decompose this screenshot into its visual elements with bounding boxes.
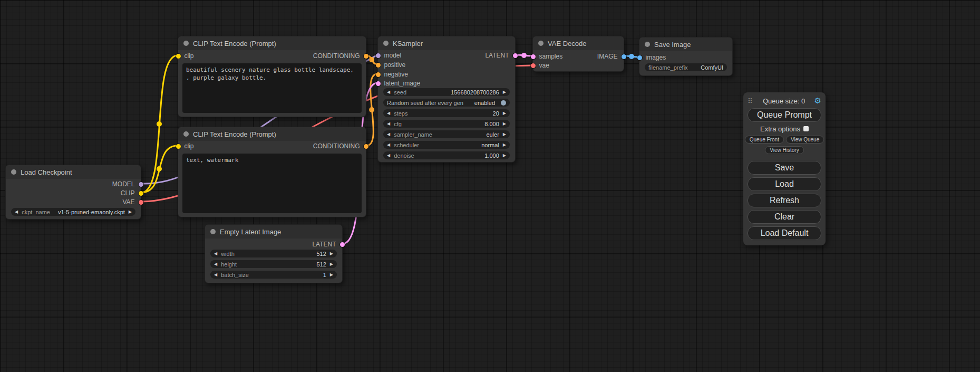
node-titlebar[interactable]: Empty Latent Image: [205, 225, 342, 239]
widget-sampler-name[interactable]: ◀ sampler_name euler ▶: [383, 130, 510, 138]
decrement-icon[interactable]: ◀: [387, 130, 390, 138]
positive-prompt-textarea[interactable]: beautiful scenery nature glass bottle la…: [182, 63, 362, 113]
decrement-icon[interactable]: ◀: [214, 260, 217, 268]
output-slot-image: IMAGE: [597, 53, 624, 60]
output-slot-conditioning: CONDITIONING: [313, 142, 366, 150]
extra-options-checkbox[interactable]: [803, 126, 809, 131]
node-titlebar[interactable]: VAE Decode: [533, 36, 624, 50]
slot-label: MODEL: [112, 180, 135, 188]
node-empty-latent-image[interactable]: Empty Latent Image LATENT ◀ width 512 ▶ …: [205, 224, 343, 283]
positive-input-dot[interactable]: [376, 63, 381, 68]
collapse-icon[interactable]: [183, 41, 189, 46]
decrement-icon[interactable]: ◀: [15, 208, 18, 216]
node-clip-text-encode-positive[interactable]: CLIP Text Encode (Prompt) clip CONDITION…: [178, 36, 366, 117]
negative-input-dot[interactable]: [376, 72, 381, 77]
node-titlebar[interactable]: Save Image: [639, 37, 732, 51]
output-slot-clip: CLIP: [121, 189, 141, 197]
node-titlebar[interactable]: Load Checkpoint: [6, 165, 141, 179]
view-queue-button[interactable]: View Queue: [786, 136, 824, 144]
clear-button[interactable]: Clear: [748, 210, 821, 224]
latent-output-dot[interactable]: [513, 53, 518, 58]
widget-cfg[interactable]: ◀ cfg 8.000 ▶: [383, 120, 510, 128]
refresh-button[interactable]: Refresh: [748, 194, 821, 207]
widget-filename-prefix[interactable]: filename_prefix ComfyUI: [645, 63, 727, 71]
decrement-icon[interactable]: ◀: [387, 141, 390, 149]
node-save-image[interactable]: Save Image images filename_prefix ComfyU…: [639, 37, 733, 76]
node-vae-decode[interactable]: VAE Decode samples vae IMAGE: [532, 36, 624, 72]
queue-prompt-button[interactable]: Queue Prompt: [748, 108, 821, 122]
decrement-icon[interactable]: ◀: [387, 109, 390, 117]
widget-width[interactable]: ◀ width 512 ▶: [210, 250, 337, 257]
graph-canvas[interactable]: { "colors": { "model": "#B39DDB", "clip"…: [0, 0, 980, 372]
widget-denoise[interactable]: ◀ denoise 1.000 ▶: [383, 151, 510, 159]
save-button[interactable]: Save: [748, 161, 821, 175]
vae-input-dot[interactable]: [531, 63, 536, 68]
decrement-icon[interactable]: ◀: [214, 250, 217, 257]
node-ksampler[interactable]: KSampler model positive negative latent_…: [377, 36, 516, 163]
widget-scheduler[interactable]: ◀ scheduler normal ▶: [383, 141, 510, 149]
model-input-dot[interactable]: [376, 53, 381, 58]
latent-output-dot[interactable]: [340, 242, 345, 247]
node-load-checkpoint[interactable]: Load Checkpoint MODEL CLIP VAE ◀ ckpt_na…: [5, 165, 141, 220]
node-titlebar[interactable]: KSampler: [378, 36, 515, 50]
widget-batch-size[interactable]: ◀ batch_size 1 ▶: [210, 271, 337, 279]
node-title: CLIP Text Encode (Prompt): [193, 40, 276, 47]
clip-input-dot[interactable]: [176, 54, 181, 59]
vae-output-dot[interactable]: [139, 200, 143, 205]
increment-icon[interactable]: ▶: [330, 260, 333, 268]
collapse-icon[interactable]: [538, 41, 544, 46]
load-default-button[interactable]: Load Default: [748, 226, 821, 240]
clip-output-dot[interactable]: [139, 191, 143, 196]
widget-name: steps: [394, 110, 407, 117]
widget-ckpt-name[interactable]: ◀ ckpt_name v1-5-pruned-emaonly.ckpt ▶: [11, 208, 135, 216]
increment-icon[interactable]: ▶: [330, 271, 333, 279]
increment-icon[interactable]: ▶: [503, 120, 506, 128]
node-title: VAE Decode: [548, 40, 586, 47]
increment-icon[interactable]: ▶: [503, 130, 506, 138]
output-slot-latent: LATENT: [485, 52, 515, 59]
output-slot-latent: LATENT: [312, 241, 342, 248]
view-history-button[interactable]: View History: [765, 146, 803, 154]
node-titlebar[interactable]: CLIP Text Encode (Prompt): [178, 127, 366, 141]
increment-icon[interactable]: ▶: [503, 88, 506, 96]
negative-prompt-textarea[interactable]: text, watermark: [182, 154, 362, 213]
increment-icon[interactable]: ▶: [129, 208, 132, 216]
conditioning-output-dot[interactable]: [364, 54, 368, 59]
increment-icon[interactable]: ▶: [330, 250, 333, 257]
toggle-knob-icon[interactable]: [501, 100, 506, 106]
drag-handle-icon[interactable]: ⠿: [748, 97, 753, 105]
node-title: KSampler: [393, 40, 423, 47]
collapse-icon[interactable]: [383, 41, 389, 46]
widget-random-seed-toggle[interactable]: Random seed after every gen enabled: [383, 99, 510, 107]
model-output-dot[interactable]: [139, 182, 143, 187]
collapse-icon[interactable]: [11, 169, 16, 175]
increment-icon[interactable]: ▶: [503, 109, 506, 117]
slot-label: IMAGE: [597, 53, 618, 60]
load-button[interactable]: Load: [748, 177, 821, 191]
slot-label: CLIP: [121, 189, 135, 197]
collapse-icon[interactable]: [210, 229, 216, 234]
samples-input-dot[interactable]: [531, 54, 536, 59]
widget-steps[interactable]: ◀ steps 20 ▶: [383, 109, 510, 117]
increment-icon[interactable]: ▶: [503, 141, 506, 149]
slot-label: images: [646, 54, 666, 61]
latent-image-input-dot[interactable]: [376, 81, 381, 86]
widget-height[interactable]: ◀ height 512 ▶: [210, 260, 337, 268]
decrement-icon[interactable]: ◀: [387, 120, 390, 128]
decrement-icon[interactable]: ◀: [214, 271, 217, 279]
increment-icon[interactable]: ▶: [503, 151, 506, 159]
image-output-dot[interactable]: [622, 54, 626, 59]
node-titlebar[interactable]: CLIP Text Encode (Prompt): [178, 36, 366, 50]
queue-front-button[interactable]: Queue Front: [745, 136, 784, 144]
collapse-icon[interactable]: [183, 131, 189, 137]
menu-panel: ⠿ Queue size: 0 ⚙ Queue Prompt Extra opt…: [743, 92, 826, 245]
widget-seed[interactable]: ◀ seed 156680208700286 ▶: [383, 88, 510, 96]
images-input-dot[interactable]: [637, 55, 642, 60]
settings-gear-icon[interactable]: ⚙: [814, 96, 821, 106]
collapse-icon[interactable]: [645, 42, 650, 47]
conditioning-output-dot[interactable]: [364, 144, 368, 149]
decrement-icon[interactable]: ◀: [387, 88, 390, 96]
clip-input-dot[interactable]: [176, 144, 181, 149]
decrement-icon[interactable]: ◀: [387, 151, 390, 159]
node-clip-text-encode-negative[interactable]: CLIP Text Encode (Prompt) clip CONDITION…: [178, 127, 366, 217]
